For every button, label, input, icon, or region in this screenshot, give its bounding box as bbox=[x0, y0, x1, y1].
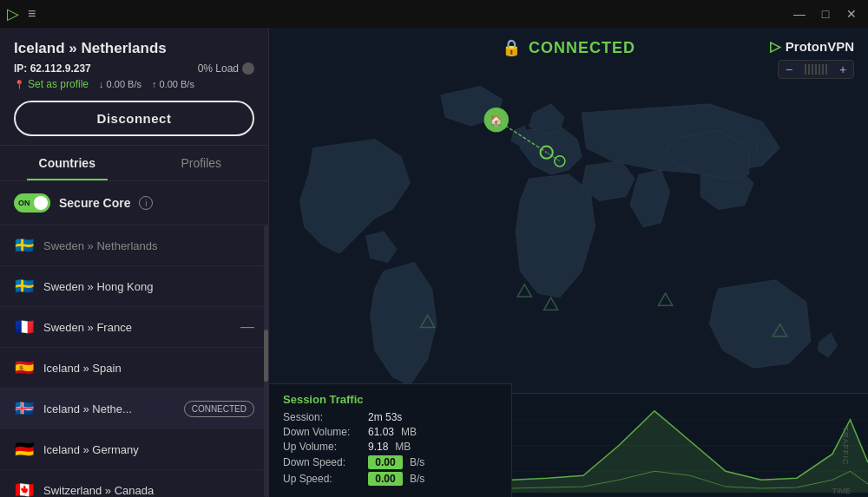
server-name: Sweden » France bbox=[43, 321, 232, 334]
flag-icon: 🇨🇦 bbox=[14, 481, 35, 497]
titlebar-left: ▷ ≡ bbox=[7, 4, 36, 23]
stats-up-speed-unit: B/s bbox=[410, 473, 424, 485]
server-name: Iceland » Germany bbox=[43, 443, 254, 456]
brand-name: ▷ ProtonVPN bbox=[770, 38, 854, 55]
maximize-button[interactable]: □ bbox=[816, 4, 835, 23]
list-item[interactable]: 🇨🇦 Switzerland » Canada bbox=[0, 470, 268, 497]
connection-ip-label: IP: 62.112.9.237 bbox=[14, 62, 91, 75]
list-item[interactable]: 🇩🇪 Iceland » Germany bbox=[0, 429, 268, 470]
server-dash-icon: — bbox=[240, 319, 254, 335]
stats-panel: Session Traffic Session: 2m 53s Down Vol… bbox=[269, 383, 512, 497]
stats-down-speed-unit: B/s bbox=[410, 456, 424, 468]
zoom-dot bbox=[812, 64, 813, 75]
connection-header: Iceland » Netherlands IP: 62.112.9.237 0… bbox=[0, 28, 268, 146]
set-as-profile-button[interactable]: Set as profile bbox=[14, 78, 89, 90]
scrollbar-thumb[interactable] bbox=[264, 330, 268, 382]
list-item[interactable]: 🇫🇷 Sweden » France — bbox=[0, 307, 268, 348]
list-item[interactable]: 🇸🇪 Sweden » Hong Kong bbox=[0, 266, 268, 307]
list-item-active[interactable]: 🇮🇸 Iceland » Nethe... CONNECTED bbox=[0, 389, 268, 429]
connection-status: 🔒 CONNECTED bbox=[502, 38, 635, 57]
stats-row-down-vol: Down Volume: 61.03 MB bbox=[283, 426, 497, 438]
zoom-dot bbox=[805, 64, 806, 75]
branding: ▷ ProtonVPN − + bbox=[770, 38, 854, 79]
stats-row-down-speed: Down Speed: 0.00 B/s bbox=[283, 455, 497, 469]
connected-badge: CONNECTED bbox=[184, 401, 254, 417]
info-icon[interactable]: i bbox=[139, 196, 153, 210]
tabs: Countries Profiles bbox=[0, 146, 268, 181]
window-controls: — □ ✕ bbox=[790, 4, 861, 23]
main-layout: Iceland » Netherlands IP: 62.112.9.237 0… bbox=[0, 28, 868, 497]
flag-icon: 🇸🇪 bbox=[14, 236, 35, 255]
stats-up-speed-value: 0.00 bbox=[368, 472, 403, 486]
stats-down-speed-label: Down Speed: bbox=[283, 456, 361, 468]
stats-session-value: 2m 53s bbox=[368, 411, 402, 423]
upload-speed: ↑ 0.00 B/s bbox=[152, 79, 194, 89]
server-name: Iceland » Spain bbox=[43, 362, 254, 375]
titlebar: ▷ ≡ — □ ✕ bbox=[0, 0, 868, 28]
connection-title: Iceland » Netherlands bbox=[14, 40, 254, 57]
zoom-plus-button[interactable]: + bbox=[832, 61, 853, 78]
server-name: Sweden » Hong Kong bbox=[43, 280, 254, 293]
server-name: Switzerland » Canada bbox=[43, 484, 254, 497]
toggle-on-label: ON bbox=[16, 199, 30, 207]
connection-load: 0% Load bbox=[198, 62, 254, 75]
time-label: TIME bbox=[832, 487, 852, 495]
connected-label: CONNECTED bbox=[529, 39, 635, 57]
stats-down-vol-label: Down Volume: bbox=[283, 426, 361, 438]
zoom-dividers bbox=[801, 64, 831, 75]
server-name: Sweden » Netherlands bbox=[43, 239, 254, 252]
flag-icon: 🇮🇸 bbox=[14, 399, 35, 418]
stats-down-vol-value: 61.03 bbox=[368, 426, 394, 438]
stats-title: Session Traffic bbox=[283, 393, 497, 406]
server-list[interactable]: 🇸🇪 Sweden » Netherlands 🇸🇪 Sweden » Hong… bbox=[0, 226, 268, 497]
connection-info-row: IP: 62.112.9.237 0% Load bbox=[14, 62, 254, 75]
stats-up-speed-label: Up Speed: bbox=[283, 473, 361, 485]
stats-down-speed-value: 0.00 bbox=[368, 455, 403, 469]
brand-logo-icon: ▷ bbox=[770, 38, 780, 55]
stats-row-up-speed: Up Speed: 0.00 B/s bbox=[283, 472, 497, 486]
app-logo-icon: ▷ bbox=[7, 4, 19, 23]
minimize-button[interactable]: — bbox=[790, 4, 809, 23]
lock-icon: 🔒 bbox=[502, 38, 522, 57]
server-name: Iceland » Nethe... bbox=[43, 402, 175, 415]
stats-up-vol-label: Up Volume: bbox=[283, 441, 361, 453]
menu-icon[interactable]: ≡ bbox=[28, 6, 36, 22]
map-panel: 🔒 CONNECTED ▷ ProtonVPN − bbox=[269, 28, 868, 497]
secure-core-row: ON Secure Core i bbox=[0, 181, 268, 226]
toggle-thumb bbox=[34, 196, 48, 210]
load-indicator bbox=[242, 62, 254, 75]
zoom-dot bbox=[808, 64, 810, 75]
stats-row-up-vol: Up Volume: 9.18 MB bbox=[283, 441, 497, 453]
list-item[interactable]: 🇪🇸 Iceland » Spain bbox=[0, 348, 268, 389]
secure-core-toggle[interactable]: ON bbox=[14, 193, 50, 213]
disconnect-button[interactable]: Disconnect bbox=[14, 101, 254, 136]
stats-session-label: Session: bbox=[283, 411, 361, 423]
traffic-chart: TRAFFIC TIME bbox=[512, 393, 868, 497]
stats-down-vol-unit: MB bbox=[401, 426, 417, 438]
flag-icon: 🇫🇷 bbox=[14, 317, 35, 337]
stats-up-vol-unit: MB bbox=[395, 441, 411, 453]
stats-up-vol-value: 9.18 bbox=[368, 441, 388, 453]
scrollbar-track[interactable] bbox=[264, 226, 268, 497]
secure-core-label: Secure Core bbox=[59, 196, 130, 210]
zoom-dot bbox=[819, 64, 820, 75]
list-item[interactable]: 🇸🇪 Sweden » Netherlands bbox=[0, 226, 268, 266]
zoom-controls: − + bbox=[778, 60, 854, 79]
download-speed: ↓ 0.00 B/s bbox=[99, 79, 141, 89]
zoom-dot bbox=[815, 64, 817, 75]
close-button[interactable]: ✕ bbox=[842, 4, 861, 23]
connection-speeds: Set as profile ↓ 0.00 B/s ↑ 0.00 B/s bbox=[14, 78, 254, 90]
traffic-label: TRAFFIC bbox=[841, 426, 850, 465]
tab-countries[interactable]: Countries bbox=[0, 146, 135, 180]
flag-icon: 🇪🇸 bbox=[14, 358, 35, 377]
stats-row-session: Session: 2m 53s bbox=[283, 411, 497, 423]
brand-text: ProtonVPN bbox=[786, 39, 854, 54]
sidebar: Iceland » Netherlands IP: 62.112.9.237 0… bbox=[0, 28, 269, 497]
flag-icon: 🇩🇪 bbox=[14, 440, 35, 459]
zoom-dot bbox=[825, 64, 827, 75]
flag-icon: 🇸🇪 bbox=[14, 277, 35, 296]
zoom-dot bbox=[822, 64, 824, 75]
connection-ip-value: 62.112.9.237 bbox=[30, 62, 91, 75]
zoom-minus-button[interactable]: − bbox=[779, 61, 799, 78]
tab-profiles[interactable]: Profiles bbox=[135, 146, 269, 180]
